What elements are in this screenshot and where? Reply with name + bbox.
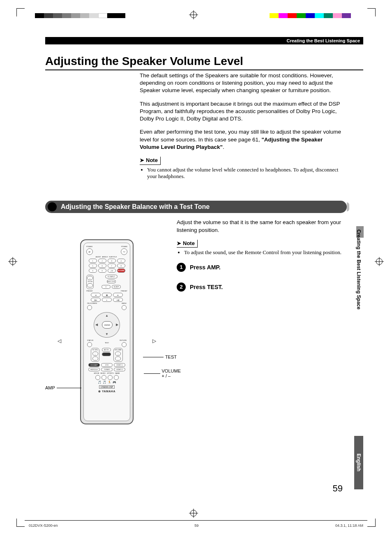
section-heading: Adjusting the Speaker Balance with a Tes… — [45, 201, 347, 213]
note-1: ➤Note You cannot adjust the volume level… — [140, 157, 343, 180]
intro-p1: The default settings of the Speakers are… — [140, 72, 343, 95]
crop-mark — [16, 519, 25, 527]
intro-p2: This adjustment is important because it … — [140, 100, 343, 123]
step-1: 1 Press AMP. — [177, 263, 343, 272]
side-tab-language: English — [354, 436, 363, 489]
callout-amp: AMP — [45, 385, 81, 390]
grayscale-bar — [35, 13, 125, 18]
note-1-item: You cannot adjust the volume level while… — [147, 167, 343, 181]
intro-p3: Even after performing the test tone, you… — [140, 128, 343, 151]
registration-mark-icon — [8, 257, 17, 266]
step-number-icon: 1 — [177, 263, 186, 272]
footer-rule — [25, 520, 367, 521]
note-2-item: To adjust the sound, use the Remote Cont… — [184, 249, 343, 256]
dpad: ▲▼◀▶ ENTER — [90, 312, 123, 338]
volume-button: VOLUME+– — [113, 348, 123, 362]
footer-meta: 012DVX-S200-en 59 04.3.1, 11:18 AM — [29, 523, 363, 528]
remote-control: POWERPOWER AV TV AUDIOANGLESUBTITLE 1234… — [80, 239, 134, 424]
note-arrow-icon: ➤ — [177, 240, 181, 247]
crop-mark — [367, 519, 376, 527]
callout-right-arrow-icon: ▷ — [152, 338, 156, 344]
registration-mark-icon — [189, 10, 198, 19]
crop-mark — [367, 8, 376, 16]
section-bullet-icon — [48, 202, 57, 211]
intro-block: The default settings of the Speakers are… — [140, 72, 343, 180]
page-number: 59 — [333, 483, 343, 494]
callout-test: TEST — [143, 354, 177, 359]
test-button — [122, 342, 127, 347]
step-number-icon: 2 — [177, 283, 186, 292]
note-2: ➤Note To adjust the sound, use the Remot… — [177, 240, 343, 256]
remote-diagram: ◁ ▷ POWERPOWER AV TV AUDIOANGLESUBTITLE … — [45, 219, 168, 424]
power-tv-button: TV — [121, 248, 127, 255]
color-bar — [270, 13, 351, 18]
page-title: Adjusting the Speaker Volume Level — [45, 55, 363, 70]
step-2: 2 Press TEST. — [177, 283, 343, 292]
registration-mark-icon — [375, 257, 384, 266]
amp-button: DVD/AMP — [88, 363, 100, 367]
crop-mark — [16, 8, 25, 16]
callout-left-arrow-icon: ◁ — [58, 338, 61, 344]
brand-label: ⊛ YAMAHA — [98, 390, 115, 393]
header-breadcrumb: Creating the Best Listening Space — [45, 37, 363, 44]
power-av-button: AV — [86, 248, 93, 255]
subintro: Adjust the volume so that it is the same… — [177, 219, 343, 234]
note-arrow-icon: ➤ — [140, 157, 144, 164]
callout-volume: VOLUME+ / – — [144, 368, 181, 378]
side-tab-section: Creating the Best Listening Space — [354, 226, 363, 333]
